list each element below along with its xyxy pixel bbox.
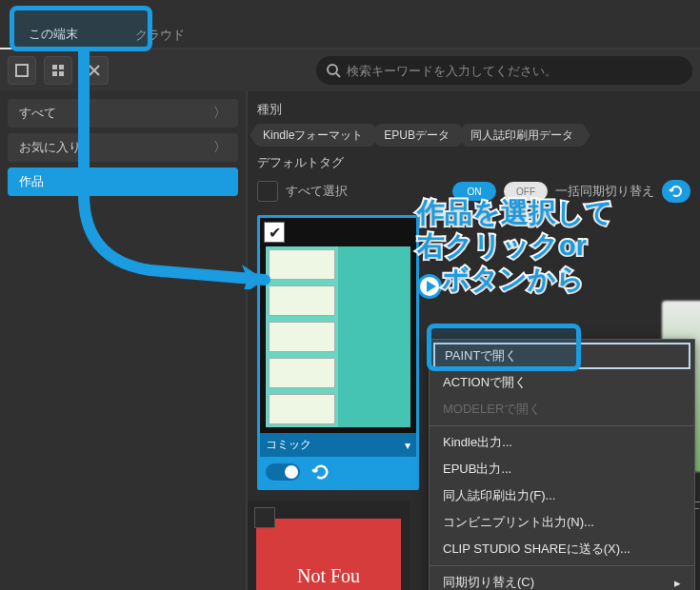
chip-kindle[interactable]: Kindleフォーマット <box>257 124 372 147</box>
menu-open-modeler: MODELERで開く <box>430 396 694 423</box>
svg-rect-2 <box>59 65 64 69</box>
svg-rect-3 <box>52 71 57 76</box>
menu-convenience-print[interactable]: コンビニプリント出力(N)... <box>430 509 694 536</box>
menu-clip-studio-share[interactable]: CLIP STUDIO SHAREに送る(X)... <box>430 536 694 562</box>
sidebar: すべて 〉 お気に入り 〉 作品 <box>0 91 248 590</box>
bulk-sync-button[interactable] <box>662 180 690 203</box>
toolbar-button-1[interactable] <box>8 56 36 85</box>
menu-doujin-export[interactable]: 同人誌印刷出力(F)... <box>430 482 694 509</box>
sidebar-item-all[interactable]: すべて 〉 <box>8 99 238 128</box>
type-label: 種別 <box>257 101 690 118</box>
card-checkbox[interactable] <box>254 507 275 528</box>
tab-local-device[interactable]: この端末 <box>0 21 107 49</box>
card-thumbnail <box>266 246 410 427</box>
chevron-right-icon: 〉 <box>213 105 227 122</box>
card-toggle[interactable] <box>266 463 300 481</box>
sidebar-item-label: すべて <box>19 105 56 122</box>
chevron-down-icon[interactable]: ▾ <box>405 439 410 452</box>
card-checkbox[interactable]: ✔ <box>264 222 285 243</box>
menu-separator <box>430 565 694 566</box>
search-icon <box>326 63 341 78</box>
type-chips: Kindleフォーマット EPUBデータ 同人誌印刷用データ <box>257 124 690 147</box>
sync-icon[interactable] <box>311 462 330 482</box>
chevron-right-icon: 〉 <box>213 139 227 156</box>
svg-rect-1 <box>52 65 57 69</box>
select-all-label: すべて選択 <box>286 183 348 200</box>
square-icon <box>15 64 29 77</box>
grid-icon <box>51 64 65 77</box>
default-tag-label: デフォルトタグ <box>257 154 690 171</box>
sidebar-item-favorites[interactable]: お気に入り 〉 <box>8 133 238 162</box>
annotation-text: 作品を選択して 右クリックor ボタンから <box>417 196 613 299</box>
select-all-checkbox[interactable] <box>257 181 278 202</box>
close-icon <box>88 64 101 77</box>
chip-doujin[interactable]: 同人誌印刷用データ <box>465 124 583 147</box>
annotation-line3: ボタンから <box>417 263 613 299</box>
sidebar-item-label: お気に入り <box>19 139 81 156</box>
svg-point-5 <box>328 65 337 74</box>
search-input[interactable] <box>347 64 683 78</box>
work-card-comic[interactable]: ✔ コミック ▾ <box>257 215 419 490</box>
chip-epub[interactable]: EPUBデータ <box>378 124 459 147</box>
card-title-row: コミック ▾ <box>260 433 416 457</box>
tab-cloud[interactable]: クラウド <box>107 21 213 49</box>
sync-icon <box>669 184 684 199</box>
work-card-notfound[interactable]: Not Fou <box>248 501 410 590</box>
card-controls <box>260 457 416 487</box>
sidebar-item-label: 作品 <box>19 173 44 190</box>
toolbar-button-3[interactable] <box>80 56 109 85</box>
svg-rect-0 <box>16 65 28 76</box>
sidebar-item-works[interactable]: 作品 <box>8 167 238 196</box>
toolbar-button-2[interactable] <box>44 56 72 85</box>
context-menu: PAINTで開く ACTIONで開く MODELERで開く Kindle出力..… <box>429 339 695 590</box>
annotation-line2: 右クリックor <box>417 229 613 263</box>
top-toolbar <box>0 49 700 91</box>
search-bar[interactable] <box>316 56 692 85</box>
menu-separator <box>430 425 694 426</box>
card-title: コミック <box>266 437 311 453</box>
location-tabs: この端末 クラウド <box>0 0 700 49</box>
menu-sync-toggle-label: 同期切り替え(C) <box>443 574 534 590</box>
svg-rect-4 <box>59 71 64 76</box>
menu-epub-export[interactable]: EPUB出力... <box>430 456 694 482</box>
menu-open-paint[interactable]: PAINTで開く <box>433 343 690 369</box>
menu-open-action[interactable]: ACTIONで開く <box>430 369 694 396</box>
play-icon <box>417 274 442 299</box>
submenu-arrow-icon: ▸ <box>674 576 681 590</box>
card-thumbnail-notfound: Not Fou <box>256 519 401 590</box>
annotation-line1: 作品を選択して <box>417 196 613 229</box>
menu-sync-toggle[interactable]: 同期切り替え(C) ▸ <box>430 569 694 590</box>
menu-kindle-export[interactable]: Kindle出力... <box>430 429 694 456</box>
